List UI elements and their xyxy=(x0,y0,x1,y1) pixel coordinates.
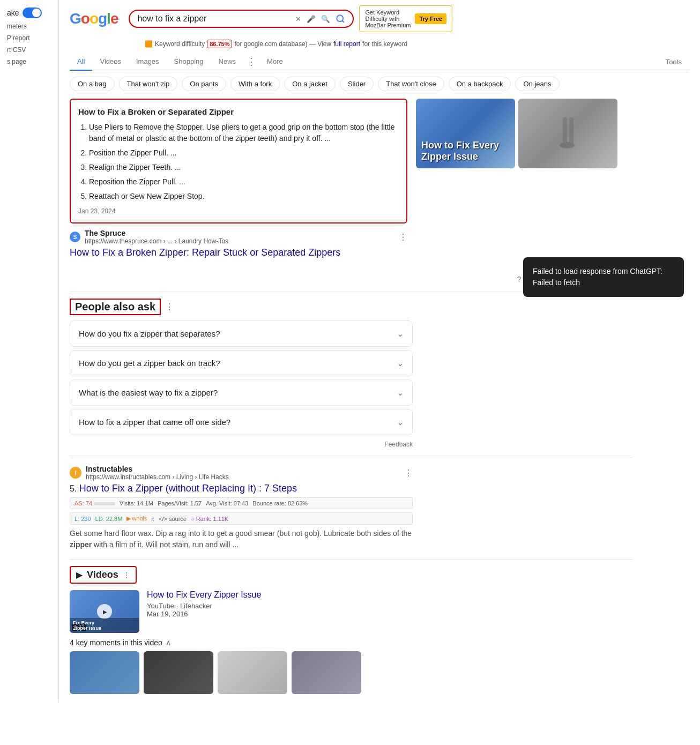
tools-button[interactable]: Tools xyxy=(658,54,689,70)
video-thumbnail[interactable]: 1:32 Fix EveryZipper Issue xyxy=(70,590,139,633)
clear-button[interactable]: ✕ xyxy=(295,15,301,23)
tab-all[interactable]: All xyxy=(70,53,92,71)
paa-item-2: How do you get a zipper back on track? ⌄ xyxy=(70,350,413,376)
snippet-images: How to Fix EveryZipper Issue xyxy=(416,99,617,266)
main-content: Google ✕ 🎤 🔍 Get Keyword Difficulty with xyxy=(59,0,700,703)
metric-pages: Pages/Visit: 1.57 xyxy=(158,500,202,506)
snippet-image-1[interactable]: How to Fix EveryZipper Issue xyxy=(416,99,515,168)
nav-more-dots: ⋮ xyxy=(243,51,259,72)
kw-difficulty: 86.75% xyxy=(207,40,232,48)
metric-bounce: Bounce rate: 82.63% xyxy=(252,500,308,506)
paa-chevron-1: ⌄ xyxy=(397,329,404,339)
tab-shopping[interactable]: Shopping xyxy=(167,53,211,71)
metric-l: L: 230 xyxy=(75,516,91,522)
snippet-step-5: Reattach or Sew New Zipper Stop. xyxy=(89,191,399,202)
snippet-image-2[interactable] xyxy=(518,99,617,168)
source-name: The Spruce xyxy=(85,229,228,237)
metric-visits: Visits: 14.1M xyxy=(120,500,153,506)
snippet-date: Jan 23, 2024 xyxy=(78,207,399,215)
paa-question-3-text: What is the easiest way to fix a zipper? xyxy=(79,388,218,397)
metric-source: </> source xyxy=(159,516,187,522)
tab-more[interactable]: More xyxy=(259,53,291,71)
chip-slider[interactable]: Slider xyxy=(340,77,374,91)
snippet-step-4: Reposition the Zipper Pull. ... xyxy=(89,176,399,188)
video-title-link[interactable]: How to Fix Every Zipper Issue xyxy=(147,590,413,600)
key-moments-chevron: ∧ xyxy=(166,638,171,647)
instructables-options-dots[interactable]: ⋮ xyxy=(404,468,413,478)
chip-on-pants[interactable]: On pants xyxy=(182,77,226,91)
paa-question-3[interactable]: What is the easiest way to fix a zipper?… xyxy=(70,380,412,405)
chip-on-a-bag[interactable]: On a bag xyxy=(70,77,115,91)
chip-wont-zip[interactable]: That won't zip xyxy=(119,77,178,91)
key-moments: 4 key moments in this video ∧ xyxy=(70,638,413,694)
sidebar-toggle[interactable]: ake xyxy=(3,5,56,20)
sidebar-item-csv[interactable]: rt CSV xyxy=(3,44,56,56)
instructables-favicon: I xyxy=(70,467,81,479)
paa-question-1[interactable]: How do you fix a zipper that separates? … xyxy=(70,321,412,346)
people-also-ask-section: People also ask ⋮ How do you fix a zippe… xyxy=(70,299,413,450)
moment-thumb-3[interactable] xyxy=(218,651,287,694)
paa-question-2[interactable]: How do you get a zipper back on track? ⌄ xyxy=(70,351,412,376)
sidebar-item-meters[interactable]: meters xyxy=(3,20,56,32)
video-play-button[interactable] xyxy=(97,604,112,619)
paa-chevron-4: ⌄ xyxy=(397,417,404,427)
tab-videos[interactable]: Videos xyxy=(92,53,129,71)
svg-rect-3 xyxy=(569,117,574,144)
voice-search-button[interactable]: 🎤 xyxy=(307,15,316,23)
videos-title: Videos xyxy=(87,569,118,580)
video-source: YouTube · Lifehacker xyxy=(147,602,413,610)
try-free-button[interactable]: Try Free xyxy=(415,13,446,24)
chip-on-backpack[interactable]: On a backpack xyxy=(449,77,511,91)
moment-thumb-4[interactable] xyxy=(292,651,361,694)
result-number-label: 5. xyxy=(70,484,77,493)
snippet-step-1: Use Pliers to Remove the Stopper. Use pl… xyxy=(89,122,399,144)
snippet-steps: Use Pliers to Remove the Stopper. Use pl… xyxy=(78,122,399,202)
mozbar-ad: Get Keyword Difficulty with MozBar Premi… xyxy=(359,5,452,32)
sidebar-item-report[interactable]: P report xyxy=(3,32,56,44)
instructables-name: Instructables xyxy=(86,465,229,473)
paa-feedback: Feedback xyxy=(70,438,413,450)
sidebar-item-page[interactable]: s page xyxy=(3,56,56,68)
metric-whois[interactable]: ▶whois xyxy=(126,515,147,522)
chip-on-jeans[interactable]: On jeans xyxy=(515,77,559,91)
kw-full-report-link[interactable]: full report xyxy=(333,40,360,48)
svg-line-1 xyxy=(342,20,344,22)
paa-question-4[interactable]: How to fix a zipper that came off one si… xyxy=(70,409,412,435)
moment-thumb-2[interactable] xyxy=(144,651,213,694)
svg-point-4 xyxy=(560,142,575,148)
featured-snippet-row: How to Fix a Broken or Separated Zipper … xyxy=(70,99,632,266)
moment-thumb-1[interactable] xyxy=(70,651,139,694)
kw-link-suffix: for this keyword xyxy=(362,40,407,48)
source-url: https://www.thespruce.com › ... › Laundr… xyxy=(85,237,228,245)
svg-point-0 xyxy=(337,15,344,21)
search-input[interactable] xyxy=(137,14,291,24)
kw-emoji: 🟧 xyxy=(145,40,153,48)
toggle-switch[interactable] xyxy=(23,8,42,18)
instructables-result: I Instructables https://www.instructable… xyxy=(70,465,413,550)
video-icon: ▶ xyxy=(76,570,83,580)
video-info: How to Fix Every Zipper Issue YouTube · … xyxy=(147,590,413,618)
search-button[interactable] xyxy=(336,14,345,24)
paa-options-dots[interactable]: ⋮ xyxy=(165,302,174,312)
paa-title: People also ask xyxy=(70,299,161,315)
tab-news[interactable]: News xyxy=(211,53,244,71)
source-options-dots[interactable]: ⋮ xyxy=(399,232,407,242)
keyword-difficulty-bar: 🟧 Keyword difficulty 86.75% for google.c… xyxy=(145,40,689,48)
mozbar-line1: Get Keyword xyxy=(365,9,411,16)
mozbar-line3: MozBar Premium xyxy=(365,22,411,28)
instructables-link[interactable]: How to Fix a Zipper (without Replacing I… xyxy=(79,483,297,494)
source-result: S The Spruce https://www.thespruce.com ›… xyxy=(70,229,407,258)
chip-with-fork[interactable]: With a fork xyxy=(230,77,280,91)
videos-dots[interactable]: ⋮ xyxy=(123,571,130,579)
image-search-button[interactable]: 🔍 xyxy=(321,15,330,23)
chip-on-jacket[interactable]: On a jacket xyxy=(284,77,336,91)
chip-wont-close[interactable]: That won't close xyxy=(378,77,444,91)
key-moments-header[interactable]: 4 key moments in this video ∧ xyxy=(70,638,413,647)
instructables-description: Get some hard floor wax. Dip a rag into … xyxy=(70,528,413,550)
mozbar-line2: Difficulty with xyxy=(365,16,411,22)
chatgpt-error-line2: Failed to fetch xyxy=(533,277,674,288)
source-result-link[interactable]: How to Fix a Broken Zipper: Repair Stuck… xyxy=(70,247,407,258)
tab-images[interactable]: Images xyxy=(129,53,167,71)
paa-item-1: How do you fix a zipper that separates? … xyxy=(70,321,413,347)
search-box[interactable]: ✕ 🎤 🔍 xyxy=(129,10,354,28)
